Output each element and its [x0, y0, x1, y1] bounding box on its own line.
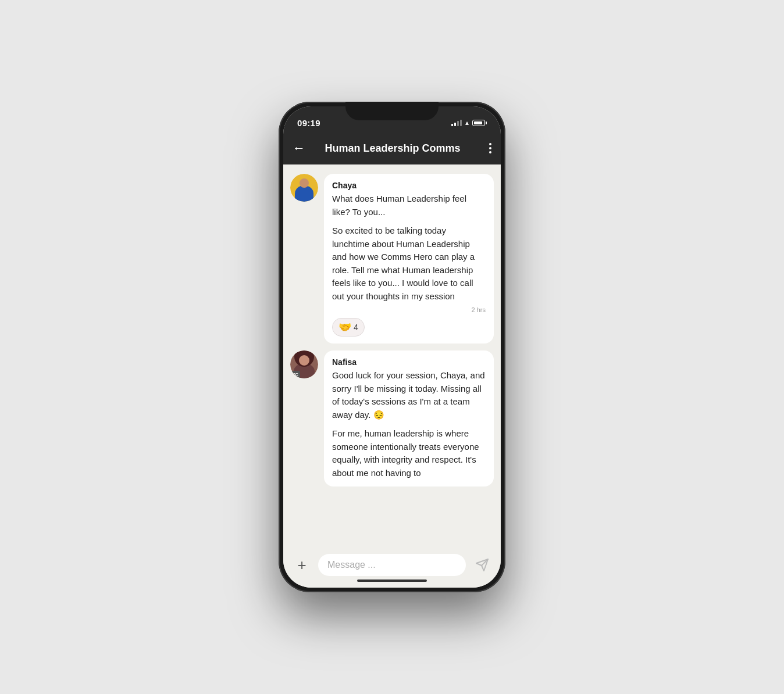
phone-screen: 09:19 ▴ ← Human Leadership Comms	[283, 106, 501, 588]
message-input[interactable]: Message ...	[318, 554, 466, 576]
add-button[interactable]: +	[291, 555, 312, 575]
avatar	[290, 174, 318, 202]
message-sender: Nafisa	[332, 357, 486, 367]
signal-icon	[451, 120, 462, 126]
message-sender: Chaya	[332, 181, 486, 190]
reaction-count: 4	[354, 323, 358, 332]
phone-frame: 09:19 ▴ ← Human Leadership Comms	[279, 102, 505, 592]
messages-area: Chaya What does Human Leadership feel li…	[283, 164, 501, 548]
wifi-icon: ▴	[465, 119, 469, 127]
battery-icon	[472, 120, 487, 126]
more-options-button[interactable]	[489, 143, 491, 153]
message-text-1a: What does Human Leadership feel like? To…	[332, 192, 486, 219]
vc-badge: VC	[290, 371, 300, 378]
message-bubble: Chaya What does Human Leadership feel li…	[324, 174, 494, 344]
status-icons: ▴	[451, 119, 487, 127]
message-text-1b: So excited to be talking today lunchtime…	[332, 224, 486, 303]
reaction-badge[interactable]: 🤝 4	[332, 318, 365, 337]
plus-icon: +	[297, 556, 306, 574]
back-button[interactable]: ←	[293, 141, 305, 156]
chat-header: ← Human Leadership Comms	[283, 132, 501, 164]
send-icon	[475, 558, 489, 572]
table-row: VC Nafisa Good luck for your session, Ch…	[290, 350, 494, 486]
avatar: VC	[290, 350, 318, 378]
send-button[interactable]	[472, 555, 493, 575]
status-time: 09:19	[297, 118, 320, 128]
table-row: Chaya What does Human Leadership feel li…	[290, 174, 494, 344]
message-bubble: Nafisa Good luck for your session, Chaya…	[324, 350, 494, 486]
phone-notch	[345, 102, 439, 120]
chat-title: Human Leadership Comms	[313, 142, 472, 155]
reaction-emoji: 🤝	[338, 321, 351, 334]
message-text-2a: Good luck for your session, Chaya, and s…	[332, 369, 486, 421]
message-time: 2 hrs	[332, 306, 486, 313]
home-indicator	[357, 579, 427, 582]
message-placeholder: Message ...	[327, 560, 376, 570]
message-text-2b: For me, human leadership is where someon…	[332, 427, 486, 480]
